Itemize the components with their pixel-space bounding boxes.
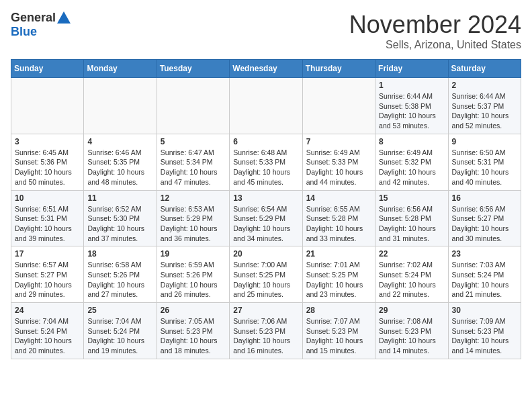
day-info: Sunrise: 6:49 AMSunset: 5:33 PMDaylight:… [306, 148, 371, 187]
calendar-day-cell [302, 78, 375, 134]
day-number: 9 [452, 137, 517, 146]
day-number: 1 [379, 81, 444, 90]
day-info: Sunrise: 7:04 AMSunset: 5:24 PMDaylight:… [15, 316, 80, 356]
calendar-header-saturday: Saturday [448, 60, 521, 78]
calendar-day-cell: 23Sunrise: 7:03 AMSunset: 5:24 PMDayligh… [448, 246, 521, 303]
day-info: Sunrise: 6:46 AMSunset: 5:35 PMDaylight:… [87, 148, 152, 187]
calendar-day-cell [84, 78, 157, 134]
day-info: Sunrise: 6:53 AMSunset: 5:29 PMDaylight:… [161, 204, 226, 244]
calendar-day-cell: 15Sunrise: 6:56 AMSunset: 5:28 PMDayligh… [375, 190, 448, 246]
calendar-week-row: 10Sunrise: 6:51 AMSunset: 5:31 PMDayligh… [11, 190, 521, 246]
calendar-day-cell: 19Sunrise: 6:59 AMSunset: 5:26 PMDayligh… [157, 246, 229, 303]
day-info: Sunrise: 7:05 AMSunset: 5:23 PMDaylight:… [161, 316, 226, 356]
calendar-header-row: SundayMondayTuesdayWednesdayThursdayFrid… [11, 60, 521, 78]
calendar-day-cell: 5Sunrise: 6:47 AMSunset: 5:34 PMDaylight… [157, 134, 229, 190]
day-number: 4 [87, 137, 152, 146]
day-info: Sunrise: 6:52 AMSunset: 5:30 PMDaylight:… [87, 204, 152, 244]
day-number: 11 [87, 193, 152, 203]
day-info: Sunrise: 7:07 AMSunset: 5:23 PMDaylight:… [306, 316, 371, 356]
calendar-week-row: 24Sunrise: 7:04 AMSunset: 5:24 PMDayligh… [11, 303, 521, 359]
day-number: 15 [379, 193, 444, 203]
day-number: 23 [452, 249, 517, 259]
day-number: 28 [306, 306, 371, 315]
day-info: Sunrise: 7:00 AMSunset: 5:25 PMDaylight:… [233, 260, 298, 300]
day-info: Sunrise: 6:44 AMSunset: 5:37 PMDaylight:… [452, 91, 517, 131]
day-number: 17 [15, 249, 80, 259]
title-block: November 2024 Sells, Arizona, United Sta… [349, 11, 521, 51]
calendar-day-cell: 4Sunrise: 6:46 AMSunset: 5:35 PMDaylight… [84, 134, 157, 190]
calendar-day-cell [230, 78, 302, 134]
calendar-day-cell: 7Sunrise: 6:49 AMSunset: 5:33 PMDaylight… [302, 134, 375, 190]
day-number: 8 [379, 137, 444, 146]
day-info: Sunrise: 6:49 AMSunset: 5:32 PMDaylight:… [379, 148, 444, 187]
calendar-day-cell: 9Sunrise: 6:50 AMSunset: 5:31 PMDaylight… [448, 134, 521, 190]
calendar-day-cell: 24Sunrise: 7:04 AMSunset: 5:24 PMDayligh… [11, 303, 84, 359]
day-info: Sunrise: 7:01 AMSunset: 5:25 PMDaylight:… [306, 260, 371, 300]
day-info: Sunrise: 6:57 AMSunset: 5:27 PMDaylight:… [15, 260, 80, 300]
calendar-day-cell: 16Sunrise: 6:56 AMSunset: 5:27 PMDayligh… [448, 190, 521, 246]
day-info: Sunrise: 7:06 AMSunset: 5:23 PMDaylight:… [233, 316, 298, 356]
day-info: Sunrise: 6:44 AMSunset: 5:38 PMDaylight:… [379, 91, 444, 131]
day-number: 25 [87, 306, 152, 315]
day-number: 14 [306, 193, 371, 203]
calendar-day-cell: 10Sunrise: 6:51 AMSunset: 5:31 PMDayligh… [11, 190, 84, 246]
calendar-day-cell: 13Sunrise: 6:54 AMSunset: 5:29 PMDayligh… [230, 190, 302, 246]
calendar-day-cell: 27Sunrise: 7:06 AMSunset: 5:23 PMDayligh… [230, 303, 302, 359]
day-info: Sunrise: 6:54 AMSunset: 5:29 PMDaylight:… [233, 204, 298, 244]
calendar-day-cell: 1Sunrise: 6:44 AMSunset: 5:38 PMDaylight… [375, 78, 448, 134]
day-number: 16 [452, 193, 517, 203]
calendar-day-cell: 25Sunrise: 7:04 AMSunset: 5:24 PMDayligh… [84, 303, 157, 359]
day-info: Sunrise: 7:02 AMSunset: 5:24 PMDaylight:… [379, 260, 444, 300]
logo-general-text: General [11, 11, 56, 25]
calendar-day-cell [11, 78, 84, 134]
month-title: November 2024 [349, 11, 521, 39]
day-number: 19 [161, 249, 226, 259]
calendar-header-tuesday: Tuesday [157, 60, 229, 78]
calendar-day-cell: 12Sunrise: 6:53 AMSunset: 5:29 PMDayligh… [157, 190, 229, 246]
calendar-day-cell: 3Sunrise: 6:45 AMSunset: 5:36 PMDaylight… [11, 134, 84, 190]
calendar-day-cell: 28Sunrise: 7:07 AMSunset: 5:23 PMDayligh… [302, 303, 375, 359]
day-number: 21 [306, 249, 371, 259]
day-number: 27 [233, 306, 298, 315]
day-number: 12 [161, 193, 226, 203]
logo-blue-text: Blue [11, 25, 37, 39]
calendar-day-cell: 17Sunrise: 6:57 AMSunset: 5:27 PMDayligh… [11, 246, 84, 303]
day-number: 13 [233, 193, 298, 203]
calendar-day-cell: 22Sunrise: 7:02 AMSunset: 5:24 PMDayligh… [375, 246, 448, 303]
calendar-day-cell: 20Sunrise: 7:00 AMSunset: 5:25 PMDayligh… [230, 246, 302, 303]
day-info: Sunrise: 6:59 AMSunset: 5:26 PMDaylight:… [161, 260, 226, 300]
day-number: 30 [452, 306, 517, 315]
calendar-week-row: 3Sunrise: 6:45 AMSunset: 5:36 PMDaylight… [11, 134, 521, 190]
day-number: 24 [15, 306, 80, 315]
day-info: Sunrise: 7:08 AMSunset: 5:23 PMDaylight:… [379, 316, 444, 356]
calendar-day-cell: 8Sunrise: 6:49 AMSunset: 5:32 PMDaylight… [375, 134, 448, 190]
calendar-week-row: 1Sunrise: 6:44 AMSunset: 5:38 PMDaylight… [11, 78, 521, 134]
day-number: 22 [379, 249, 444, 259]
day-number: 10 [15, 193, 80, 203]
calendar-header-monday: Monday [84, 60, 157, 78]
day-number: 20 [233, 249, 298, 259]
day-info: Sunrise: 6:55 AMSunset: 5:28 PMDaylight:… [306, 204, 371, 244]
day-info: Sunrise: 6:56 AMSunset: 5:28 PMDaylight:… [379, 204, 444, 244]
day-info: Sunrise: 6:45 AMSunset: 5:36 PMDaylight:… [15, 148, 80, 187]
day-number: 6 [233, 137, 298, 146]
calendar-day-cell: 6Sunrise: 6:48 AMSunset: 5:33 PMDaylight… [230, 134, 302, 190]
day-number: 18 [87, 249, 152, 259]
day-info: Sunrise: 7:09 AMSunset: 5:23 PMDaylight:… [452, 316, 517, 356]
calendar-header-wednesday: Wednesday [230, 60, 302, 78]
calendar-day-cell: 21Sunrise: 7:01 AMSunset: 5:25 PMDayligh… [302, 246, 375, 303]
day-info: Sunrise: 7:04 AMSunset: 5:24 PMDaylight:… [87, 316, 152, 356]
day-info: Sunrise: 6:51 AMSunset: 5:31 PMDaylight:… [15, 204, 80, 244]
day-info: Sunrise: 6:47 AMSunset: 5:34 PMDaylight:… [161, 148, 226, 187]
calendar-day-cell: 29Sunrise: 7:08 AMSunset: 5:23 PMDayligh… [375, 303, 448, 359]
day-info: Sunrise: 6:56 AMSunset: 5:27 PMDaylight:… [452, 204, 517, 244]
calendar-table: SundayMondayTuesdayWednesdayThursdayFrid… [11, 59, 521, 359]
day-number: 3 [15, 137, 80, 146]
day-number: 5 [161, 137, 226, 146]
page-header: General Blue November 2024 Sells, Arizon… [11, 11, 521, 51]
day-number: 2 [452, 81, 517, 90]
calendar-day-cell: 2Sunrise: 6:44 AMSunset: 5:37 PMDaylight… [448, 78, 521, 134]
calendar-header-thursday: Thursday [302, 60, 375, 78]
calendar-day-cell: 30Sunrise: 7:09 AMSunset: 5:23 PMDayligh… [448, 303, 521, 359]
calendar-day-cell [157, 78, 229, 134]
